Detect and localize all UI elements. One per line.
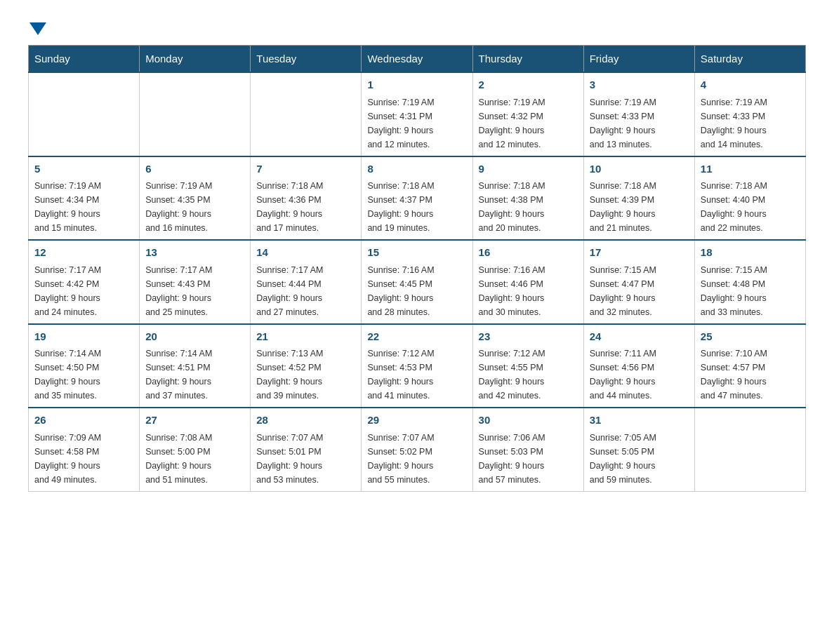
day-info: Sunrise: 7:14 AMSunset: 4:51 PMDaylight:… — [145, 347, 244, 403]
day-number: 14 — [256, 245, 355, 261]
calendar-day-cell: 19Sunrise: 7:14 AMSunset: 4:50 PMDayligh… — [29, 324, 140, 408]
day-info: Sunrise: 7:12 AMSunset: 4:55 PMDaylight:… — [479, 347, 578, 403]
day-number: 18 — [701, 245, 800, 261]
calendar-day-cell: 4Sunrise: 7:19 AMSunset: 4:33 PMDaylight… — [694, 72, 805, 156]
day-info: Sunrise: 7:10 AMSunset: 4:57 PMDaylight:… — [701, 347, 800, 403]
day-number: 1 — [367, 77, 466, 93]
calendar-day-cell: 14Sunrise: 7:17 AMSunset: 4:44 PMDayligh… — [251, 240, 362, 324]
day-number: 22 — [367, 329, 466, 345]
day-number: 3 — [590, 77, 689, 93]
day-info: Sunrise: 7:15 AMSunset: 4:47 PMDaylight:… — [590, 263, 689, 319]
page-header — [28, 21, 806, 31]
day-info: Sunrise: 7:16 AMSunset: 4:46 PMDaylight:… — [479, 263, 578, 319]
calendar-header-friday: Friday — [583, 46, 694, 73]
day-number: 20 — [145, 329, 244, 345]
calendar-week-row: 26Sunrise: 7:09 AMSunset: 4:58 PMDayligh… — [29, 408, 806, 491]
calendar-header-thursday: Thursday — [472, 46, 583, 73]
day-info: Sunrise: 7:19 AMSunset: 4:35 PMDaylight:… — [145, 179, 244, 235]
day-info: Sunrise: 7:18 AMSunset: 4:39 PMDaylight:… — [590, 179, 689, 235]
day-number: 31 — [590, 412, 689, 429]
calendar-header-sunday: Sunday — [29, 46, 140, 73]
day-info: Sunrise: 7:18 AMSunset: 4:37 PMDaylight:… — [367, 179, 466, 235]
calendar-day-cell — [694, 408, 805, 491]
day-number: 29 — [367, 412, 466, 429]
day-number: 13 — [145, 245, 244, 261]
day-number: 7 — [256, 161, 355, 177]
day-info: Sunrise: 7:14 AMSunset: 4:50 PMDaylight:… — [34, 347, 133, 403]
day-number: 8 — [367, 161, 466, 177]
calendar-day-cell — [140, 72, 251, 156]
calendar-day-cell: 13Sunrise: 7:17 AMSunset: 4:43 PMDayligh… — [140, 240, 251, 324]
calendar-day-cell: 15Sunrise: 7:16 AMSunset: 4:45 PMDayligh… — [362, 240, 472, 324]
calendar-day-cell: 3Sunrise: 7:19 AMSunset: 4:33 PMDaylight… — [583, 72, 694, 156]
day-info: Sunrise: 7:07 AMSunset: 5:01 PMDaylight:… — [256, 431, 355, 487]
calendar-day-cell: 20Sunrise: 7:14 AMSunset: 4:51 PMDayligh… — [140, 324, 251, 408]
calendar-day-cell: 8Sunrise: 7:18 AMSunset: 4:37 PMDaylight… — [362, 156, 472, 241]
day-number: 26 — [34, 412, 133, 429]
calendar-day-cell — [251, 72, 362, 156]
calendar-header-saturday: Saturday — [694, 46, 805, 73]
calendar-day-cell: 24Sunrise: 7:11 AMSunset: 4:56 PMDayligh… — [583, 324, 694, 408]
calendar-day-cell: 9Sunrise: 7:18 AMSunset: 4:38 PMDaylight… — [472, 156, 583, 241]
day-number: 4 — [701, 77, 800, 93]
day-info: Sunrise: 7:05 AMSunset: 5:05 PMDaylight:… — [590, 431, 689, 487]
calendar-day-cell: 31Sunrise: 7:05 AMSunset: 5:05 PMDayligh… — [583, 408, 694, 491]
calendar-header-monday: Monday — [140, 46, 251, 73]
day-number: 24 — [590, 329, 689, 345]
logo-general — [28, 21, 46, 35]
calendar-day-cell: 10Sunrise: 7:18 AMSunset: 4:39 PMDayligh… — [583, 156, 694, 241]
calendar-day-cell: 6Sunrise: 7:19 AMSunset: 4:35 PMDaylight… — [140, 156, 251, 241]
calendar-day-cell: 26Sunrise: 7:09 AMSunset: 4:58 PMDayligh… — [29, 408, 140, 491]
calendar-day-cell: 29Sunrise: 7:07 AMSunset: 5:02 PMDayligh… — [362, 408, 472, 491]
calendar-day-cell: 30Sunrise: 7:06 AMSunset: 5:03 PMDayligh… — [472, 408, 583, 491]
calendar-day-cell: 1Sunrise: 7:19 AMSunset: 4:31 PMDaylight… — [362, 72, 472, 156]
day-number: 23 — [479, 329, 578, 345]
calendar-week-row: 1Sunrise: 7:19 AMSunset: 4:31 PMDaylight… — [29, 72, 806, 156]
day-number: 25 — [701, 329, 800, 345]
calendar-header-row: SundayMondayTuesdayWednesdayThursdayFrid… — [29, 46, 806, 73]
calendar-day-cell: 7Sunrise: 7:18 AMSunset: 4:36 PMDaylight… — [251, 156, 362, 241]
day-info: Sunrise: 7:17 AMSunset: 4:43 PMDaylight:… — [145, 263, 244, 319]
day-info: Sunrise: 7:17 AMSunset: 4:44 PMDaylight:… — [256, 263, 355, 319]
calendar-day-cell: 17Sunrise: 7:15 AMSunset: 4:47 PMDayligh… — [583, 240, 694, 324]
calendar-table: SundayMondayTuesdayWednesdayThursdayFrid… — [28, 45, 806, 492]
calendar-day-cell: 5Sunrise: 7:19 AMSunset: 4:34 PMDaylight… — [29, 156, 140, 241]
day-info: Sunrise: 7:18 AMSunset: 4:36 PMDaylight:… — [256, 179, 355, 235]
calendar-day-cell: 25Sunrise: 7:10 AMSunset: 4:57 PMDayligh… — [694, 324, 805, 408]
day-info: Sunrise: 7:11 AMSunset: 4:56 PMDaylight:… — [590, 347, 689, 403]
day-number: 10 — [590, 161, 689, 177]
day-info: Sunrise: 7:17 AMSunset: 4:42 PMDaylight:… — [34, 263, 133, 319]
calendar-header-wednesday: Wednesday — [362, 46, 472, 73]
day-info: Sunrise: 7:16 AMSunset: 4:45 PMDaylight:… — [367, 263, 466, 319]
day-info: Sunrise: 7:07 AMSunset: 5:02 PMDaylight:… — [367, 431, 466, 487]
day-info: Sunrise: 7:18 AMSunset: 4:40 PMDaylight:… — [701, 179, 800, 235]
day-number: 5 — [34, 161, 133, 177]
day-number: 21 — [256, 329, 355, 345]
day-info: Sunrise: 7:15 AMSunset: 4:48 PMDaylight:… — [701, 263, 800, 319]
calendar-week-row: 5Sunrise: 7:19 AMSunset: 4:34 PMDaylight… — [29, 156, 806, 241]
calendar-week-row: 19Sunrise: 7:14 AMSunset: 4:50 PMDayligh… — [29, 324, 806, 408]
calendar-day-cell: 21Sunrise: 7:13 AMSunset: 4:52 PMDayligh… — [251, 324, 362, 408]
day-number: 2 — [479, 77, 578, 93]
day-info: Sunrise: 7:06 AMSunset: 5:03 PMDaylight:… — [479, 431, 578, 487]
calendar-day-cell: 11Sunrise: 7:18 AMSunset: 4:40 PMDayligh… — [694, 156, 805, 241]
day-number: 27 — [145, 412, 244, 429]
day-info: Sunrise: 7:19 AMSunset: 4:34 PMDaylight:… — [34, 179, 133, 235]
day-info: Sunrise: 7:18 AMSunset: 4:38 PMDaylight:… — [479, 179, 578, 235]
calendar-week-row: 12Sunrise: 7:17 AMSunset: 4:42 PMDayligh… — [29, 240, 806, 324]
day-number: 30 — [479, 412, 578, 429]
day-info: Sunrise: 7:19 AMSunset: 4:32 PMDaylight:… — [479, 95, 578, 152]
day-number: 12 — [34, 245, 133, 261]
day-info: Sunrise: 7:19 AMSunset: 4:31 PMDaylight:… — [367, 95, 466, 152]
calendar-day-cell: 16Sunrise: 7:16 AMSunset: 4:46 PMDayligh… — [472, 240, 583, 324]
day-info: Sunrise: 7:19 AMSunset: 4:33 PMDaylight:… — [701, 95, 800, 152]
day-info: Sunrise: 7:19 AMSunset: 4:33 PMDaylight:… — [590, 95, 689, 152]
day-number: 16 — [479, 245, 578, 261]
calendar-day-cell: 22Sunrise: 7:12 AMSunset: 4:53 PMDayligh… — [362, 324, 472, 408]
logo-arrow-icon — [29, 22, 46, 35]
day-info: Sunrise: 7:08 AMSunset: 5:00 PMDaylight:… — [145, 431, 244, 487]
logo — [28, 21, 46, 31]
calendar-day-cell: 18Sunrise: 7:15 AMSunset: 4:48 PMDayligh… — [694, 240, 805, 324]
day-number: 9 — [479, 161, 578, 177]
day-number: 15 — [367, 245, 466, 261]
